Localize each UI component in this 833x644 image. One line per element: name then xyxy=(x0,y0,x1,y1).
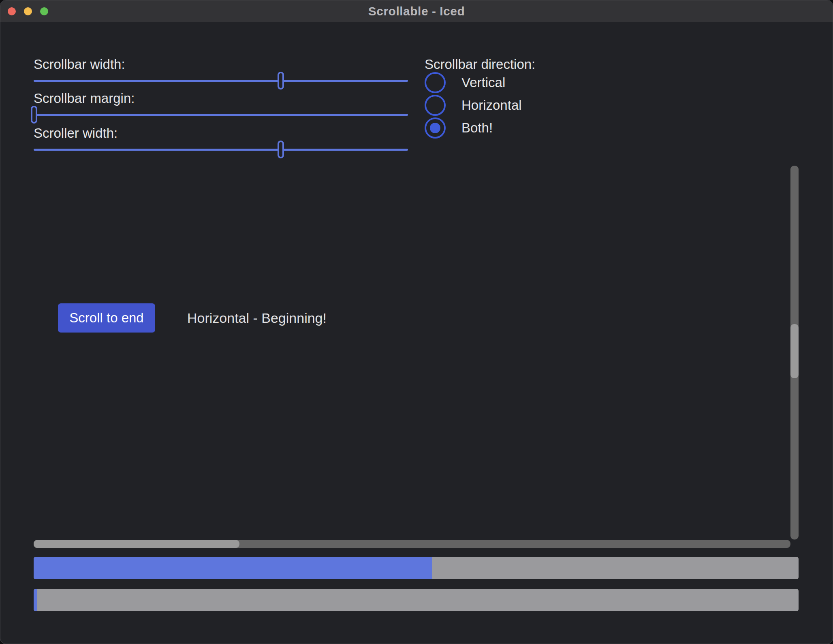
slider-handle[interactable] xyxy=(278,72,284,90)
slider-handle[interactable] xyxy=(31,106,37,124)
radio-label: Both! xyxy=(461,120,493,136)
scrollbar-margin-label: Scrollbar margin: xyxy=(34,90,135,107)
slider-handle[interactable] xyxy=(278,141,284,158)
titlebar[interactable]: Scrollable - Iced xyxy=(0,0,833,22)
scrollbar-margin-slider[interactable] xyxy=(34,114,408,116)
app-window: Scrollable - Iced Scrollbar width: Scrol… xyxy=(0,0,833,644)
traffic-lights xyxy=(8,0,48,22)
window-title: Scrollable - Iced xyxy=(368,4,465,18)
scrollbar-width-label: Scrollbar width: xyxy=(34,56,125,73)
radio-circle-icon[interactable] xyxy=(425,117,446,139)
scroll-to-end-button[interactable]: Scroll to end xyxy=(58,303,155,333)
vertical-scrollbar-track[interactable] xyxy=(790,166,799,540)
scroller-width-slider[interactable] xyxy=(34,149,408,151)
radio-option-vertical[interactable]: Vertical xyxy=(425,72,505,93)
close-button[interactable] xyxy=(8,7,16,15)
horizontal-scrollbar-thumb[interactable] xyxy=(34,540,239,548)
vertical-progress-bar xyxy=(34,557,799,579)
scrollbar-width-slider[interactable] xyxy=(34,80,408,82)
zoom-button[interactable] xyxy=(40,7,48,15)
radio-circle-icon[interactable] xyxy=(425,72,446,93)
horizontal-progress-bar xyxy=(34,589,799,611)
scroller-width-label: Scroller width: xyxy=(34,125,117,141)
radio-circle-icon[interactable] xyxy=(425,95,446,116)
vertical-scrollbar-thumb[interactable] xyxy=(790,324,799,378)
progress-fill xyxy=(34,589,37,611)
radio-label: Horizontal xyxy=(461,98,522,113)
radio-option-both[interactable]: Both! xyxy=(425,117,493,139)
radio-dot xyxy=(430,123,440,133)
scroll-status-text: Horizontal - Beginning! xyxy=(187,303,327,333)
radio-label: Vertical xyxy=(461,75,505,90)
scrollbar-direction-label: Scrollbar direction: xyxy=(425,56,535,73)
progress-fill xyxy=(34,557,432,579)
radio-option-horizontal[interactable]: Horizontal xyxy=(425,95,522,116)
horizontal-scrollbar-track[interactable] xyxy=(34,540,790,548)
minimize-button[interactable] xyxy=(24,7,32,15)
